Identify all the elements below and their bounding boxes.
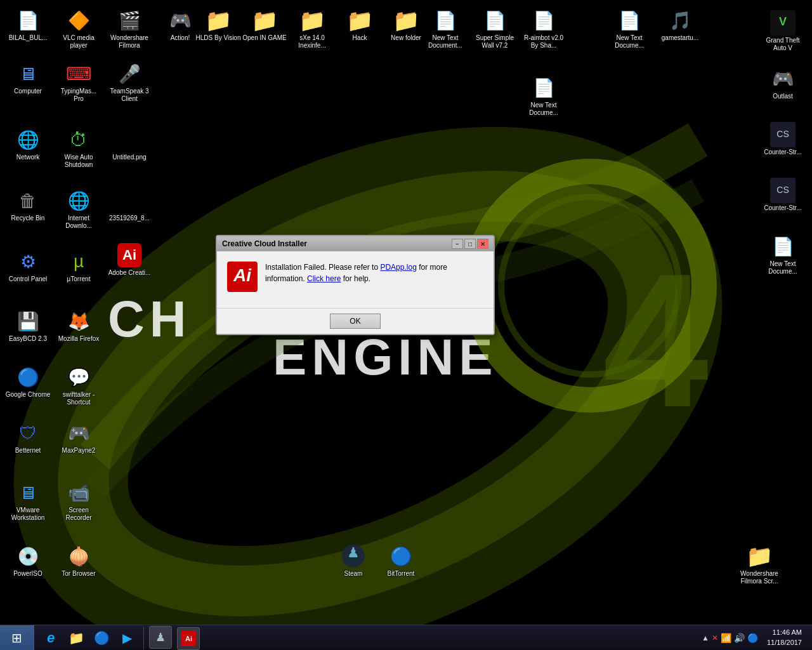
taskbar-media-icon[interactable]: ▶ [115, 627, 138, 649]
icon-hack[interactable]: 📁 Hack [334, 5, 385, 56]
icon-easybcd[interactable]: 💾 EasyBCD 2.3 [3, 306, 53, 357]
icon-teamspeak[interactable]: 🎤 TeamSpeak 3 Client [104, 58, 155, 109]
dialog-maximize-button[interactable]: □ [464, 239, 476, 249]
internet-dl-label: Internet Downlo... [56, 215, 102, 230]
icon-recycle[interactable]: 🗑 Recycle Bin [3, 185, 53, 236]
control-panel-icon: ⚙ [15, 249, 41, 274]
icon-filmora-scr[interactable]: 📁 Wondershare Filmora Scr... [734, 541, 785, 592]
icon-wise-auto[interactable]: ⏱ Wise Auto Shutdown [53, 124, 104, 175]
icon-bittorrent[interactable]: 🔵 BitTorrent [376, 541, 426, 592]
raimbot-label: R-aimbot v2.0 By Sha... [521, 34, 566, 50]
dialog-footer: OK [217, 308, 494, 334]
icon-new-text-r[interactable]: 📄 New Text Docume... [757, 231, 808, 282]
icon-internet-dl[interactable]: 🌐 Internet Downlo... [53, 185, 104, 236]
icon-cs2[interactable]: CS Counter-Str... [757, 175, 808, 226]
tray-bluetooth-icon[interactable]: 🔵 [747, 633, 758, 643]
adobe-error-icon: Ai [227, 262, 258, 298]
icon-vlc[interactable]: 🔶 VLC media player [53, 5, 104, 56]
icon-screen-rec[interactable]: 📹 Screen Recorder [53, 477, 104, 528]
icon-gamestart[interactable]: 🎵 gamestartu... [655, 5, 705, 56]
dialog-close-button[interactable]: ✕ [477, 239, 488, 249]
windows-logo-icon: ⊞ [11, 630, 22, 646]
betternet-label: Betternet [15, 447, 41, 454]
icon-computer[interactable]: 🖥 Computer [3, 58, 53, 109]
click-here-link[interactable]: Click here [307, 274, 341, 283]
hlds-icon: 📁 [206, 8, 231, 33]
computer-icon: 🖥 [15, 61, 41, 86]
icon-adobe-cc[interactable]: Ai Adobe Creati... [104, 240, 155, 291]
svg-text:V: V [779, 15, 787, 28]
right-icons-area: V Grand Theft Auto V 🎮 Outlast CS Counte… [754, 0, 812, 289]
taskbar-pinned-icons: e 📁 🔵 ▶ [34, 627, 144, 649]
icon-super-wall[interactable]: 📄 Super Simple Wall v7.2 [469, 5, 520, 56]
icon-outlast[interactable]: 🎮 Outlast [757, 63, 808, 114]
icon-betternet[interactable]: 🛡 Betternet [3, 418, 53, 468]
icon-bilal-bul[interactable]: 📄 BILAL_BUL... [3, 5, 53, 56]
dialog-minimize-button[interactable]: − [452, 239, 463, 249]
tray-arrow-icon[interactable]: ▲ [702, 633, 709, 642]
cs2-icon: CS [770, 178, 796, 203]
icon-cs1[interactable]: CS Counter-Str... [757, 119, 808, 170]
icon-openin[interactable]: 📁 Open IN GAME [239, 5, 290, 56]
icon-chrome[interactable]: 🔵 Google Chrome [3, 362, 53, 413]
system-tray: ▲ ✕ 📶 🔊 🔵 11:46 AM 11/18/2017 [697, 625, 812, 650]
screen-rec-icon: 📹 [66, 480, 91, 505]
icon-filmora[interactable]: 🎬 Wondershare Filmora [104, 5, 155, 56]
new-text1-icon: 📄 [433, 8, 458, 33]
icon-tor-browser[interactable]: 🧅 Tor Browser [53, 541, 104, 592]
icon-control-panel[interactable]: ⚙ Control Panel [3, 246, 53, 297]
icon-utorrent[interactable]: µ µTorrent [53, 246, 104, 297]
icon-network[interactable]: 🌐 Network [3, 124, 53, 175]
taskbar-explorer-icon[interactable]: 📁 [65, 627, 88, 649]
icon-untitled[interactable]: 🖼 Untitled.png [104, 124, 155, 175]
system-clock[interactable]: 11:46 AM 11/18/2017 [762, 628, 807, 647]
icon-maxpayne2[interactable]: 🎮 MaxPayne2 [53, 418, 104, 468]
icon-new-text3[interactable]: 📄 New Text Docume... [518, 72, 569, 123]
cs2-label: Counter-Str... [764, 204, 801, 212]
icon-poweriso[interactable]: 💿 PowerISO [3, 541, 53, 592]
bittorrent-label: BitTorrent [388, 570, 415, 578]
vlc-icon: 🔶 [66, 8, 91, 33]
img23519-icon: 🖼 [117, 188, 142, 213]
icon-sxe[interactable]: 📁 sXe 14.0 Inexinfe... [287, 5, 337, 56]
img23519-label: 23519269_8... [109, 215, 150, 222]
taskbar-ie-icon[interactable]: e [39, 627, 62, 649]
new-text3-icon: 📄 [531, 75, 556, 100]
icon-steam[interactable]: ♟ Steam [328, 541, 379, 592]
icon-img23519[interactable]: 🖼 23519269_8... [104, 185, 155, 236]
openin-label: Open IN GAME [242, 34, 286, 42]
firefox-icon: 🦊 [66, 308, 91, 334]
taskbar-chrome-icon[interactable]: 🔵 [90, 627, 113, 649]
icon-typingmaster[interactable]: ⌨ TypingMas... Pro [53, 58, 104, 109]
steam-icon: ♟ [341, 543, 366, 569]
icon-raimbot[interactable]: 📄 R-aimbot v2.0 By Sha... [518, 5, 569, 56]
typingmaster-label: TypingMas... Pro [56, 88, 102, 103]
explorer-icon: 📁 [69, 630, 84, 646]
taskbar-adobe-active[interactable]: Ai [177, 627, 200, 650]
teamspeak-label: TeamSpeak 3 Client [107, 88, 152, 103]
network-icon: 🌐 [15, 127, 41, 152]
control-panel-label: Control Panel [9, 275, 48, 283]
start-button[interactable]: ⊞ [0, 625, 34, 651]
dialog-title: Creative Cloud Installer [222, 239, 307, 248]
vmware-icon: 🖥 [15, 480, 41, 505]
outlast-label: Outlast [773, 93, 793, 100]
dialog-message-part1: Installation Failed. Please refer to [265, 263, 380, 272]
icon-new-text1[interactable]: 📄 New Text Document... [420, 5, 471, 56]
filmora-icon: 🎬 [117, 8, 142, 33]
network-label: Network [16, 154, 40, 161]
bilal-bul-label: BILAL_BUL... [9, 34, 48, 42]
icon-gta5[interactable]: V Grand Theft Auto V [757, 8, 808, 58]
taskbar-steam-active[interactable]: ♟ [149, 626, 172, 649]
icon-swifttalker[interactable]: 💬 swifttalker - Shortcut [53, 362, 104, 413]
icon-hlds[interactable]: 📁 HLDS By Vision [193, 5, 244, 56]
hack-label: Hack [353, 34, 367, 42]
icon-vmware[interactable]: 🖥 VMware Workstation [3, 477, 53, 528]
tray-network-icon[interactable]: 📶 [721, 633, 731, 643]
icon-new-text2[interactable]: 📄 New Text Docume... [604, 5, 655, 56]
tray-volume-icon[interactable]: 🔊 [734, 633, 745, 643]
dialog-ok-button[interactable]: OK [330, 314, 381, 329]
icon-firefox[interactable]: 🦊 Mozilla Firefox [53, 306, 104, 357]
ie-icon: e [47, 630, 55, 646]
pdapp-log-link[interactable]: PDApp.log [380, 263, 416, 272]
